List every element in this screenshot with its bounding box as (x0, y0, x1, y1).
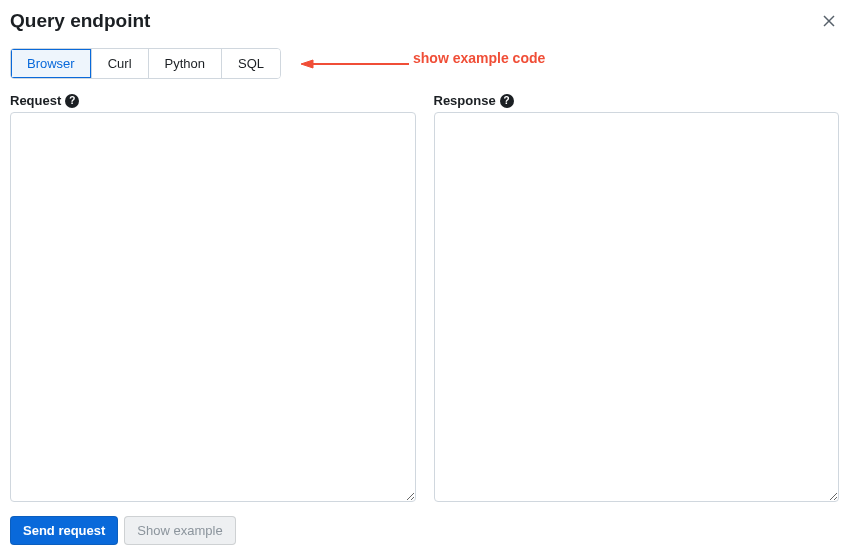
tab-python[interactable]: Python (149, 49, 222, 78)
request-label-text: Request (10, 93, 61, 108)
request-textarea[interactable] (10, 112, 416, 502)
annotation-text: show example code (413, 50, 545, 66)
response-label: Response ? (434, 93, 840, 108)
send-request-button[interactable]: Send request (10, 516, 118, 545)
svg-marker-3 (301, 60, 313, 68)
show-example-button[interactable]: Show example (124, 516, 235, 545)
annotation: show example code (301, 59, 545, 69)
help-icon[interactable]: ? (65, 94, 79, 108)
request-label: Request ? (10, 93, 416, 108)
close-icon (821, 13, 837, 32)
response-textarea[interactable] (434, 112, 840, 502)
tab-curl[interactable]: Curl (92, 49, 149, 78)
tab-sql[interactable]: SQL (222, 49, 280, 78)
tab-browser[interactable]: Browser (11, 49, 92, 78)
page-title: Query endpoint (10, 10, 150, 32)
arrow-left-icon (301, 59, 411, 69)
help-icon[interactable]: ? (500, 94, 514, 108)
tab-group: Browser Curl Python SQL (10, 48, 281, 79)
close-button[interactable] (819, 12, 839, 32)
response-label-text: Response (434, 93, 496, 108)
